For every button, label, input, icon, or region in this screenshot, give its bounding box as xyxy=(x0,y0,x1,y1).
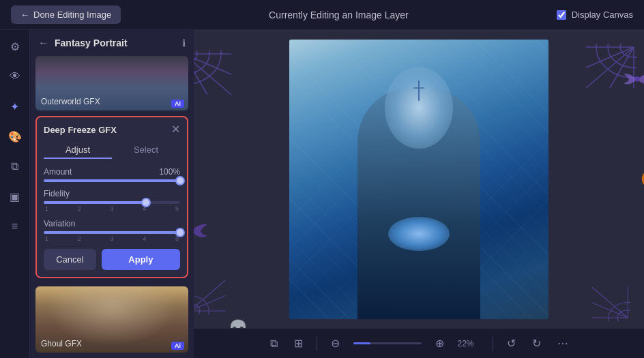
variation-track[interactable] xyxy=(44,231,180,234)
amount-track[interactable] xyxy=(44,179,180,182)
fidelity-slider-group: Fidelity 1 2 3 4 5 xyxy=(44,189,180,212)
more-icon[interactable]: ⋯ xyxy=(555,334,571,353)
undo-icon[interactable]: ↺ xyxy=(504,334,518,353)
svg-point-26 xyxy=(617,310,630,321)
bottom-toolbar: ⧉ ⊞ ⊖ ⊕ 22% ↺ ↻ ⋯ xyxy=(194,328,644,358)
toolbar-divider-2 xyxy=(493,337,493,350)
zoom-slider-area[interactable] xyxy=(353,342,422,344)
rail-layers-icon[interactable]: ⧉ xyxy=(5,157,25,176)
svg-line-0 xyxy=(194,54,231,95)
tab-select[interactable]: Select xyxy=(112,142,180,159)
zoom-in-icon[interactable]: ⊕ xyxy=(433,334,447,353)
rail-sliders-icon[interactable]: ≡ xyxy=(5,217,25,236)
redo-icon[interactable]: ↻ xyxy=(529,334,544,353)
top-image-card[interactable]: Outerworld GFX Ai xyxy=(35,56,188,110)
bottom-card-ai-badge: Ai xyxy=(171,342,184,350)
zoom-out-icon[interactable]: ⊖ xyxy=(328,334,342,353)
top-bar: ← Done Editing Image Currently Editing a… xyxy=(0,0,644,30)
rail-settings-icon[interactable]: ⚙ xyxy=(5,37,25,56)
variation-slider-group: Variation 1 2 3 4 5 xyxy=(44,219,180,242)
done-label: Done Editing Image xyxy=(33,10,111,20)
top-card-ai-badge: Ai xyxy=(171,100,184,108)
arrow-left-icon: ← xyxy=(20,10,29,20)
bottom-card-label: Ghoul GFX xyxy=(41,339,82,348)
display-canvas-checkbox[interactable] xyxy=(557,10,566,20)
variation-fill xyxy=(44,231,180,234)
variation-label: Variation xyxy=(44,219,75,228)
page-title: Currently Editing an Image Layer xyxy=(269,10,409,20)
tab-adjust[interactable]: Adjust xyxy=(44,142,112,159)
rail-sparkle-icon[interactable]: ✦ xyxy=(5,97,25,116)
fidelity-thumb[interactable] xyxy=(141,198,151,207)
display-canvas-area: Display Canvas xyxy=(557,10,633,20)
svg-line-3 xyxy=(194,54,231,74)
cancel-button[interactable]: Cancel xyxy=(44,249,96,270)
toolbar-divider-1 xyxy=(317,337,317,350)
amount-fill xyxy=(44,179,180,182)
back-arrow-icon[interactable]: ← xyxy=(38,37,49,49)
svg-line-11 xyxy=(586,47,634,68)
zoom-track[interactable] xyxy=(353,342,422,344)
icon-rail: ⚙ 👁 ✦ 🎨 ⧉ ▣ ≡ xyxy=(0,30,30,358)
amount-slider-group: Amount 100% xyxy=(44,167,180,182)
rail-box-icon[interactable]: ▣ xyxy=(5,187,25,206)
svg-point-29 xyxy=(635,76,639,82)
svg-line-22 xyxy=(592,287,628,318)
web-bottom-left-icon xyxy=(194,277,228,314)
df-close-button[interactable]: ✕ xyxy=(171,124,180,135)
fidelity-label: Fidelity xyxy=(44,189,70,198)
amount-label: Amount xyxy=(44,167,72,177)
layers-toolbar-icon[interactable]: ⧉ xyxy=(267,335,280,353)
svg-point-27 xyxy=(609,303,630,322)
variation-ticks: 1 2 3 4 5 xyxy=(44,235,180,242)
fidelity-track[interactable] xyxy=(44,201,180,204)
bat-left-icon xyxy=(194,221,207,241)
zoom-fill xyxy=(353,342,370,344)
df-title: Deep Freeze GFX xyxy=(44,125,117,135)
svg-line-4 xyxy=(194,54,207,95)
amount-thumb[interactable] xyxy=(175,176,185,185)
panel-header: ← Fantasy Portrait ℹ xyxy=(30,30,194,56)
fidelity-fill xyxy=(44,201,146,204)
svg-point-5 xyxy=(194,50,197,64)
display-canvas-label: Display Canvas xyxy=(572,10,633,20)
df-button-row: Cancel Apply xyxy=(44,249,180,270)
done-editing-button[interactable]: ← Done Editing Image xyxy=(11,5,121,24)
left-panel: ← Fantasy Portrait ℹ Outerworld GFX Ai D… xyxy=(30,30,194,358)
deep-freeze-panel: Deep Freeze GFX ✕ Adjust Select Amount 1… xyxy=(35,116,188,278)
svg-line-16 xyxy=(194,280,225,311)
rail-palette-icon[interactable]: 🎨 xyxy=(5,127,25,146)
canvas-image xyxy=(289,40,548,319)
bat-right-icon xyxy=(624,71,644,88)
bottom-image-card[interactable]: Ghoul GFX Ai xyxy=(35,286,188,353)
df-header: Deep Freeze GFX ✕ xyxy=(44,124,180,135)
main-layout: ⚙ 👁 ✦ 🎨 ⧉ ▣ ≡ ← Fantasy Portrait ℹ Outer… xyxy=(0,30,644,358)
fidelity-ticks: 1 2 3 4 5 xyxy=(44,205,180,212)
top-card-label: Outerworld GFX xyxy=(41,97,100,106)
panel-title: Fantasy Portrait xyxy=(55,38,177,48)
df-tabs: Adjust Select xyxy=(44,142,180,159)
rail-eye-icon[interactable]: 👁 xyxy=(5,67,25,86)
canvas-area: 🎃 🎃 💀 xyxy=(194,30,644,358)
skull-icon: 💀 xyxy=(228,319,248,328)
web-top-left-icon xyxy=(194,50,235,98)
amount-value: 100% xyxy=(159,167,180,177)
info-icon[interactable]: ℹ xyxy=(182,38,186,48)
pumpkin-right-icon: 🎃 xyxy=(641,166,644,189)
grid-toolbar-icon[interactable]: ⊞ xyxy=(291,334,306,353)
zoom-value: 22% xyxy=(458,339,482,348)
variation-thumb[interactable] xyxy=(175,228,185,237)
web-bottom-right-icon xyxy=(589,284,630,321)
apply-button[interactable]: Apply xyxy=(102,249,180,270)
svg-point-7 xyxy=(194,50,221,85)
svg-line-25 xyxy=(592,303,628,318)
canvas-main[interactable]: 🎃 🎃 💀 xyxy=(194,30,644,328)
